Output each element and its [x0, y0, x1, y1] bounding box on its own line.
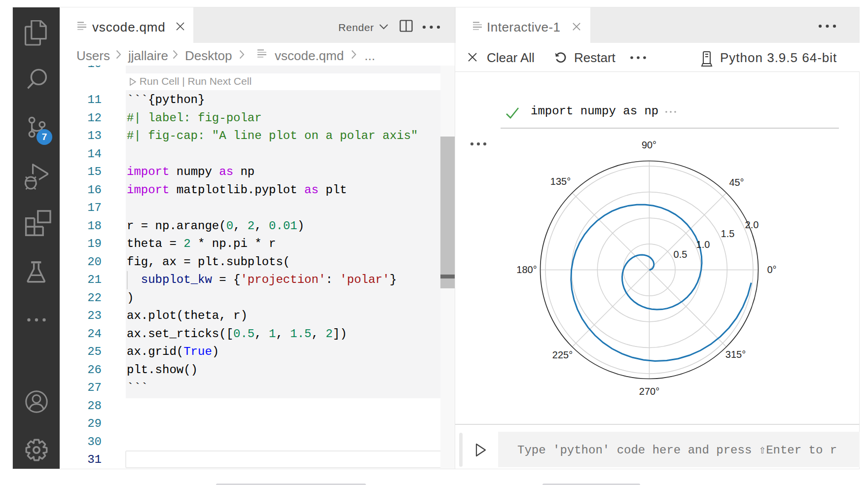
svg-text:315°: 315°: [725, 349, 746, 360]
svg-text:270°: 270°: [639, 386, 659, 397]
svg-text:135°: 135°: [550, 176, 571, 187]
svg-text:0.5: 0.5: [674, 249, 687, 260]
svg-text:225°: 225°: [552, 349, 573, 360]
svg-text:180°: 180°: [516, 264, 537, 275]
svg-text:90°: 90°: [642, 139, 656, 150]
svg-text:0°: 0°: [767, 264, 776, 275]
svg-text:45°: 45°: [729, 177, 744, 188]
svg-text:1.0: 1.0: [696, 239, 710, 250]
svg-text:2.0: 2.0: [745, 219, 759, 230]
svg-text:1.5: 1.5: [721, 228, 735, 239]
